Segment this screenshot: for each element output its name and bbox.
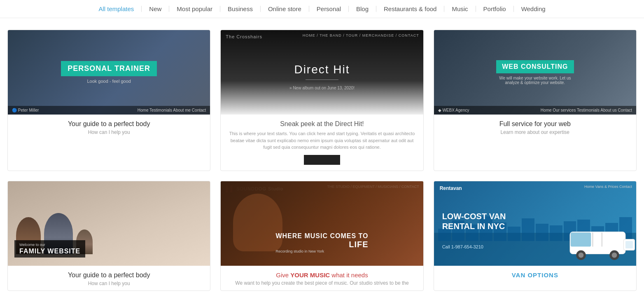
- card-subtitle: Learn more about our expertise: [441, 129, 630, 135]
- sounddog-text: WHERE MUSIC COMES TO LIFE Recording stud…: [275, 232, 368, 253]
- trainer-nav: Home Testimonials About me Contact: [138, 108, 206, 112]
- family-welcome: Welcome to our: [19, 243, 80, 247]
- family-badge: Welcome to our FAMILY WEBSITE: [14, 240, 85, 258]
- card-thumbnail: The Crosshairs HOME / THE BAND / TOUR / …: [221, 30, 423, 115]
- webconsult-sub: We will make your website work. Let us a…: [494, 76, 576, 85]
- nav-item-restaurants-food[interactable]: Restaurants & food: [376, 6, 444, 12]
- card-footer: Sneak peek at the Direct Hit! This is wh…: [221, 115, 423, 171]
- van-icon: [566, 220, 636, 262]
- direct-divider: [306, 80, 338, 80]
- svg-rect-1: [571, 232, 591, 246]
- direct-footer-title: Sneak peek at the Direct Hit!: [227, 120, 416, 128]
- card-thumbnail: PERSONAL TRAINER Look good - feel good 🔵…: [8, 30, 210, 115]
- rentavan-phone: Call 1-987-654-3210: [442, 244, 483, 249]
- card-footer: Your guide to a perfect body How can I h…: [8, 266, 210, 290]
- nav-item-most-popular[interactable]: Most popular: [169, 6, 220, 12]
- card-thumbnail: ▌▌ SOUNDDOG Studio THE STUDIO / EQUIPMEN…: [221, 181, 423, 266]
- trainer-badge: PERSONAL TRAINER: [61, 61, 157, 76]
- trainer-bar: 🔵 Peter Miller Home Testimonials About m…: [8, 106, 210, 115]
- nav-item-personal[interactable]: Personal: [309, 6, 349, 12]
- webconsult-bar: ◆ WEBX Agency Home Our services Testimon…: [434, 106, 636, 115]
- direct-footer-body: This is where your text starts. You can …: [227, 130, 416, 151]
- card-footer: Your guide to a perfect body How can I h…: [8, 115, 210, 139]
- nav-item-portfolio[interactable]: Portfolio: [476, 6, 514, 12]
- rentavan-link[interactable]: VAN OPTIONS: [440, 272, 630, 279]
- svg-point-3: [579, 252, 584, 258]
- card-footer-title: Give YOUR MUSIC what it needs: [227, 272, 416, 279]
- card-thumbnail: Rentavan Home Vans & Prices Contact LOW-…: [434, 181, 636, 266]
- rentavan-title: LOW-COST VAN RENTAL IN NYC: [442, 211, 525, 231]
- direct-title: Direct Hit: [294, 63, 350, 76]
- trainer-name: 🔵 Peter Miller: [12, 108, 39, 112]
- nav-item-online-store[interactable]: Online store: [261, 6, 309, 12]
- card-thumbnail: SMITH FAMILY HOME ABOUT US CONTACT Welco…: [8, 181, 210, 266]
- trainer-sub: Look good - feel good: [87, 79, 131, 84]
- nav-item-new[interactable]: New: [142, 6, 169, 12]
- sounddog-line1: WHERE MUSIC COMES TO: [275, 232, 368, 240]
- svg-point-5: [612, 252, 617, 258]
- template-grid: PERSONAL TRAINER Look good - feel good 🔵…: [0, 18, 644, 295]
- direct-footer-btn[interactable]: [304, 155, 340, 165]
- card-title: Your guide to a perfect body: [14, 272, 203, 279]
- nav-item-blog[interactable]: Blog: [349, 6, 376, 12]
- card-rentavan[interactable]: Rentavan Home Vans & Prices Contact LOW-…: [434, 181, 637, 291]
- card-title: Full service for your web: [441, 120, 630, 128]
- nav-item-business[interactable]: Business: [220, 6, 261, 12]
- card-title: Your guide to a perfect body: [14, 120, 203, 128]
- webconsult-badge: WEB CONSULTING: [496, 60, 574, 73]
- card-direct-hit[interactable]: The Crosshairs HOME / THE BAND / TOUR / …: [220, 30, 423, 171]
- card-footer: VAN OPTIONS: [434, 266, 636, 284]
- nav-item-all-templates[interactable]: All templates: [91, 6, 142, 12]
- template-nav: All templatesNewMost popularBusinessOnli…: [0, 0, 644, 18]
- sounddog-sub: Recording studio in New York: [275, 249, 368, 253]
- webconsult-nav: Home Our services Testimonials About us …: [541, 108, 632, 112]
- svg-rect-7: [625, 241, 633, 248]
- card-subtitle: How can I help you: [14, 129, 203, 135]
- card-smith-family[interactable]: SMITH FAMILY HOME ABOUT US CONTACT Welco…: [7, 181, 210, 291]
- rentavan-nav: Home Vans & Prices Contact: [584, 185, 632, 189]
- card-footer: Give YOUR MUSIC what it needs We want to…: [221, 266, 423, 290]
- card-sounddog[interactable]: ▌▌ SOUNDDOG Studio THE STUDIO / EQUIPMEN…: [220, 181, 423, 291]
- webconsult-name: ◆ WEBX Agency: [438, 108, 469, 112]
- svg-rect-9: [602, 232, 603, 246]
- card-footer-body: We want to help you create the best piec…: [227, 280, 416, 286]
- family-title: FAMILY WEBSITE: [19, 248, 80, 255]
- nav-item-music[interactable]: Music: [444, 6, 476, 12]
- svg-rect-8: [592, 232, 593, 246]
- card-footer: Full service for your web Learn more abo…: [434, 115, 636, 139]
- nav-item-wedding[interactable]: Wedding: [514, 6, 553, 12]
- card-web-consulting[interactable]: WEB CONSULTING We will make your website…: [434, 30, 637, 171]
- card-personal-trainer[interactable]: PERSONAL TRAINER Look good - feel good 🔵…: [7, 30, 210, 171]
- sounddog-line2: LIFE: [275, 240, 368, 249]
- direct-sub: » New album out on June 13, 2020!: [289, 86, 355, 90]
- card-thumbnail: WEB CONSULTING We will make your website…: [434, 30, 636, 115]
- rentavan-logo: Rentavan: [440, 185, 462, 191]
- card-subtitle: How can I help you: [14, 281, 203, 286]
